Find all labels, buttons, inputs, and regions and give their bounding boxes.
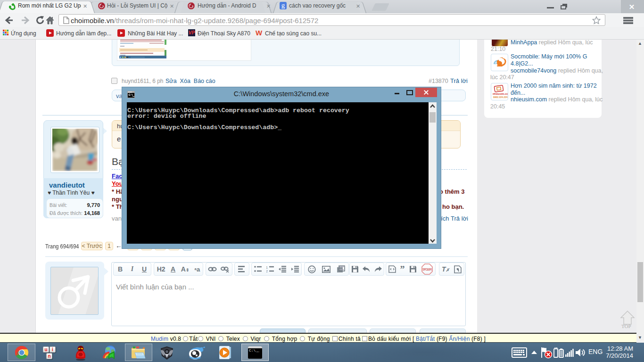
svg-text:1: 1 bbox=[266, 266, 268, 269]
svg-text:TOP: TOP bbox=[621, 323, 631, 329]
svg-text:SPOILER: SPOILER bbox=[422, 268, 432, 271]
svg-text:2: 2 bbox=[266, 270, 268, 272]
svg-text:nhieusim.com: nhieusim.com bbox=[493, 92, 508, 95]
svg-text:0962.224.224: 0962.224.224 bbox=[493, 96, 508, 99]
